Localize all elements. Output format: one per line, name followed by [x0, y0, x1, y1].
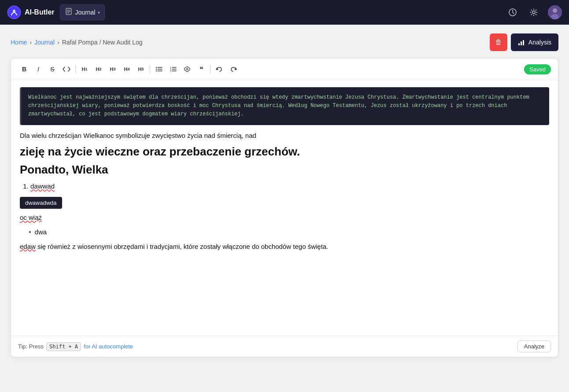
- editor-card: B I S H1 H2 H3 H4 H5: [11, 58, 558, 357]
- editor-paragraph-3: edaw się również z wiosennymi obrzędami …: [20, 241, 549, 252]
- tip-suffix: for AI autocomplete: [84, 343, 133, 350]
- bullet-list-icon: [155, 66, 163, 72]
- chevron-down-icon: ▾: [98, 10, 100, 15]
- code-icon: [63, 66, 70, 72]
- h5-button[interactable]: H5: [135, 63, 147, 75]
- svg-text:3: 3: [170, 70, 171, 72]
- shortcut-kbd: Shift + A: [46, 342, 81, 351]
- top-navigation: AI-Butler Journal ▾: [0, 0, 569, 25]
- svg-point-18: [156, 69, 157, 70]
- app-selector[interactable]: Journal ▾: [60, 4, 105, 20]
- svg-rect-12: [521, 41, 522, 45]
- strikethrough-button[interactable]: S: [46, 63, 59, 75]
- toolbar-buttons: B I S H1 H2 H3 H4 H5: [18, 63, 240, 75]
- breadcrumb-row: Home › Journal › Rafal Pompa / New Audit…: [11, 33, 558, 51]
- breadcrumb: Home › Journal › Rafal Pompa / New Audit…: [11, 39, 143, 46]
- app-name: AI-Butler: [25, 8, 55, 16]
- svg-rect-11: [518, 43, 520, 45]
- bullet-item-text: dwa: [35, 227, 47, 237]
- editor-heading-1: zieję na życie wieczne oraz przebaczenie…: [20, 144, 549, 159]
- svg-point-17: [156, 67, 157, 68]
- editor-paragraph-2: oc wiąż: [20, 212, 549, 223]
- journal-icon: [65, 7, 73, 17]
- ai-butler-logo: [7, 5, 21, 19]
- breadcrumb-current: Rafal Pompa / New Audit Log: [62, 39, 143, 46]
- editor-paragraph-1: Dla wielu chrześcijan Wielkanoc symboliz…: [20, 130, 549, 141]
- italic-button[interactable]: I: [32, 63, 44, 75]
- breadcrumb-home[interactable]: Home: [11, 39, 27, 46]
- embed-button[interactable]: [181, 63, 193, 75]
- svg-marker-26: [185, 67, 190, 72]
- breadcrumb-journal[interactable]: Journal: [34, 39, 55, 46]
- svg-point-1: [13, 10, 15, 12]
- bullet-list: dwa: [20, 226, 549, 238]
- code-block: Wielkanoc jest najważniejszym świętem dl…: [20, 87, 549, 125]
- app-selector-label: Journal: [75, 9, 96, 16]
- svg-point-10: [551, 14, 559, 19]
- breadcrumb-sep-2: ›: [57, 39, 59, 46]
- editor-toolbar: B I S H1 H2 H3 H4 H5: [11, 59, 558, 80]
- delete-button[interactable]: 🗑: [490, 33, 507, 51]
- bold-button[interactable]: B: [18, 63, 30, 75]
- ordered-list-icon: 1 2 3: [170, 66, 177, 72]
- analysis-label: Analysis: [528, 39, 551, 46]
- toolbar-divider-2: [150, 65, 150, 73]
- ordered-list-button[interactable]: 1 2 3: [167, 63, 179, 75]
- toolbar-divider-1: [75, 65, 76, 73]
- editor-body[interactable]: Wielkanoc jest najważniejszym świętem dl…: [11, 80, 558, 336]
- paragraph-2-text: oc wiąż: [20, 214, 42, 221]
- saved-badge: Saved: [524, 64, 551, 74]
- svg-point-19: [156, 70, 157, 71]
- editor-heading-2: Ponadto, Wielka: [20, 163, 549, 178]
- paragraph-3-text-1: edaw: [20, 243, 36, 250]
- list-item-text: dawwad: [30, 182, 55, 190]
- h1-button[interactable]: H1: [78, 63, 91, 75]
- editor-tip-bar: Tip: Press Shift + A for AI autocomplete…: [11, 336, 558, 357]
- tip-text: Tip: Press Shift + A for AI autocomplete: [18, 342, 133, 351]
- undo-icon: [216, 66, 223, 72]
- h3-button[interactable]: H3: [107, 63, 119, 75]
- suggestion-popup[interactable]: dwawadwda: [20, 197, 62, 209]
- analysis-button[interactable]: Analysis: [511, 33, 558, 51]
- breadcrumb-actions: 🗑 Analysis: [490, 33, 558, 51]
- breadcrumb-sep-1: ›: [30, 39, 32, 46]
- svg-point-9: [553, 8, 557, 13]
- embed-icon: [184, 66, 191, 73]
- analyze-button[interactable]: Analyze: [517, 340, 551, 352]
- undo-button[interactable]: [213, 63, 225, 75]
- avatar[interactable]: [548, 5, 562, 19]
- code-button[interactable]: [60, 63, 73, 75]
- bullet-list-button[interactable]: [153, 63, 165, 75]
- list-item: dawwad: [30, 181, 549, 192]
- svg-point-27: [186, 68, 188, 70]
- ordered-list: dawwad: [20, 181, 549, 192]
- main-content: Home › Journal › Rafal Pompa / New Audit…: [0, 25, 569, 366]
- redo-button[interactable]: [227, 63, 240, 75]
- h2-button[interactable]: H2: [92, 63, 105, 75]
- h4-button[interactable]: H4: [121, 63, 133, 75]
- analysis-icon: [518, 39, 525, 46]
- svg-rect-13: [523, 40, 524, 45]
- logo-area[interactable]: AI-Butler: [7, 5, 55, 19]
- bullet-item: dwa: [29, 226, 549, 238]
- code-block-text: Wielkanoc jest najważniejszym świętem dl…: [28, 94, 529, 117]
- paragraph-3-text-2: się również z wiosennymi obrzędami i tra…: [37, 243, 328, 250]
- settings-button[interactable]: [527, 5, 541, 19]
- history-button[interactable]: [506, 5, 520, 19]
- redo-icon: [230, 66, 237, 72]
- tip-prefix: Tip: Press: [18, 343, 44, 350]
- quote-button[interactable]: ❝: [195, 63, 207, 75]
- toolbar-divider-3: [210, 65, 211, 73]
- svg-point-7: [532, 11, 535, 14]
